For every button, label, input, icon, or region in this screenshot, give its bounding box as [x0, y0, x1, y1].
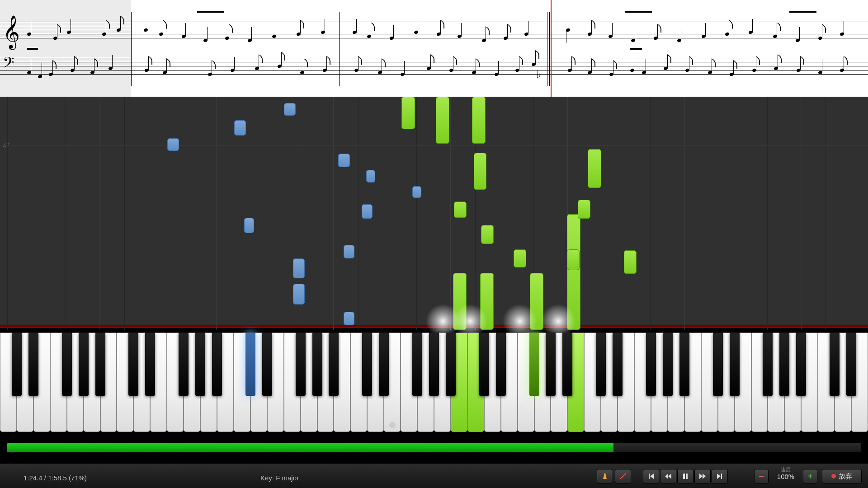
falling-note [472, 97, 486, 144]
note-fall-lane[interactable]: 47 [0, 97, 868, 330]
falling-note [588, 149, 601, 188]
falling-note [244, 218, 254, 233]
black-key[interactable] [830, 333, 840, 396]
falling-note [412, 186, 421, 198]
flat-accidental-icon: ♭ [536, 68, 541, 80]
loop-button[interactable] [615, 469, 631, 483]
black-key[interactable] [62, 333, 72, 396]
black-key[interactable] [79, 333, 89, 396]
black-key[interactable] [212, 333, 222, 396]
black-key[interactable] [646, 333, 656, 396]
sheet-music-area[interactable]: 𝄞 𝄢 ♭ [0, 0, 868, 97]
black-key[interactable] [529, 333, 539, 396]
falling-note [514, 249, 526, 267]
black-key[interactable] [446, 333, 456, 396]
metronome-button[interactable] [597, 469, 613, 483]
black-key[interactable] [713, 333, 723, 396]
falling-note [366, 170, 375, 183]
falling-note [401, 97, 415, 129]
middle-c-marker [389, 422, 396, 428]
song-progress-bar[interactable] [6, 443, 862, 453]
falling-note [474, 153, 486, 190]
record-icon [831, 474, 836, 479]
falling-note [436, 97, 449, 144]
black-key[interactable] [95, 333, 105, 396]
black-key[interactable] [28, 333, 38, 396]
black-key[interactable] [329, 333, 339, 396]
black-key[interactable] [562, 333, 572, 396]
black-key[interactable] [663, 333, 673, 396]
falling-note [293, 258, 305, 278]
skip-end-button[interactable] [712, 469, 728, 483]
black-key[interactable] [479, 333, 489, 396]
black-key[interactable] [128, 333, 138, 396]
falling-note [454, 202, 467, 218]
abandon-button[interactable]: 放弃 [822, 469, 862, 483]
song-progress-fill [7, 443, 613, 452]
sheet-played-shade [0, 0, 131, 97]
falling-note [567, 249, 580, 270]
black-key[interactable] [429, 333, 439, 396]
key-signature-text: Key: F major [260, 474, 299, 482]
black-key[interactable] [245, 333, 255, 396]
time-position-text: 1:24.4 / 1:58.5 (71%) [24, 474, 87, 482]
black-key[interactable] [145, 333, 155, 396]
black-key[interactable] [679, 333, 689, 396]
falling-note [578, 200, 590, 219]
speed-value: 100% [769, 473, 803, 480]
falling-note [167, 138, 179, 151]
falling-note [362, 204, 373, 219]
speed-control: 速度 − 100% + [754, 467, 817, 485]
black-key[interactable] [195, 333, 205, 396]
skip-start-button[interactable] [643, 469, 659, 483]
falling-note [284, 103, 296, 116]
black-key[interactable] [613, 333, 623, 396]
falling-note [624, 250, 637, 274]
black-key[interactable] [312, 333, 322, 396]
black-key[interactable] [296, 333, 306, 396]
black-key[interactable] [496, 333, 506, 396]
black-key[interactable] [596, 333, 606, 396]
falling-note [480, 273, 494, 330]
rewind-button[interactable] [660, 469, 676, 483]
speed-label: 速度 [754, 466, 817, 473]
black-key[interactable] [796, 333, 806, 396]
abandon-label: 放弃 [839, 472, 852, 481]
black-key[interactable] [763, 333, 773, 396]
black-key[interactable] [379, 333, 389, 396]
black-key[interactable] [179, 333, 189, 396]
black-key[interactable] [779, 333, 789, 396]
forward-button[interactable] [694, 469, 711, 483]
falling-note [453, 273, 467, 330]
hit-rail-dark [0, 328, 868, 331]
falling-note [338, 154, 350, 167]
falling-note [344, 245, 354, 258]
black-key[interactable] [362, 333, 372, 396]
black-key[interactable] [546, 333, 556, 396]
falling-note [234, 120, 246, 136]
black-key[interactable] [730, 333, 740, 396]
black-key[interactable] [846, 333, 856, 396]
falling-note [530, 273, 543, 330]
status-bar: 1:24.4 / 1:58.5 (71%) Key: F major 速度 − … [0, 464, 868, 488]
black-key[interactable] [262, 333, 272, 396]
piano-keyboard[interactable] [0, 333, 868, 436]
falling-note [293, 284, 305, 305]
black-key[interactable] [412, 333, 422, 396]
pause-button[interactable] [677, 469, 693, 483]
black-key[interactable] [12, 333, 22, 396]
falling-note [344, 312, 354, 325]
falling-note [481, 225, 494, 244]
falling-note [567, 214, 580, 330]
